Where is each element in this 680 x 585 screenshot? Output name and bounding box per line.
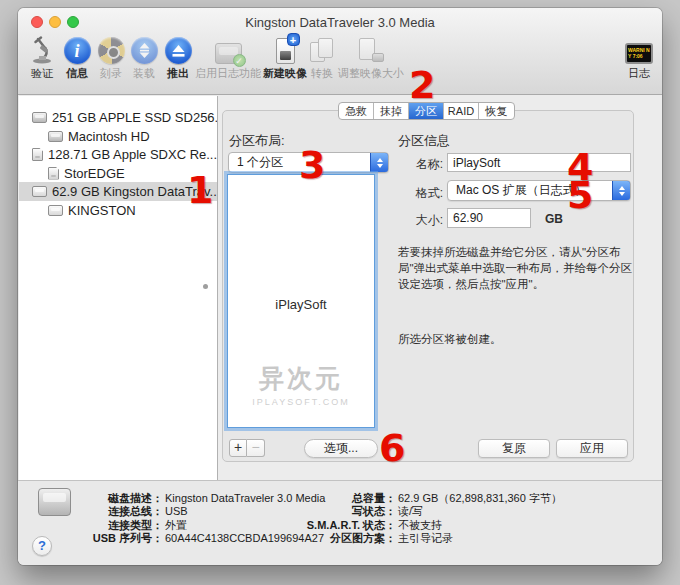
footer-row: 写状态： 读/写 [268, 505, 562, 518]
sidebar-item-label: StorEDGE [64, 166, 125, 181]
sidebar-item-apple-sdxc[interactable]: 128.71 GB Apple SDXC Re... [19, 145, 217, 164]
internal-disk-icon [32, 112, 47, 123]
footer-value: 主引导记录 [396, 532, 453, 545]
dropdown-stepper-icon [612, 180, 631, 201]
window-header: Kingston DataTraveler 3.0 Media 验证 [18, 8, 662, 95]
footer-label: 分区图方案： [268, 532, 396, 545]
footer-value: 外置 [163, 519, 187, 532]
format-label: 格式: [383, 185, 443, 202]
sd-card-icon [32, 148, 43, 161]
tab-erase[interactable]: 抹掉 [374, 103, 409, 119]
splitter-handle[interactable] [203, 284, 208, 289]
partition-layout-value: 1 个分区 [237, 155, 283, 169]
footer-row: S.M.A.R.T. 状态： 不被支持 [268, 519, 562, 532]
watermark: 异次元 IPLAYSOFT.COM [228, 365, 374, 407]
partition-help-text: 若要抹掉所选磁盘并给它分区，请从"分区布局"弹出式菜单中选取一种布局，并给每个分… [398, 244, 634, 292]
size-input[interactable] [447, 208, 531, 228]
external-disk-icon [32, 186, 47, 197]
tab-restore[interactable]: 恢复 [479, 103, 514, 119]
format-dropdown[interactable]: Mac OS 扩展（日志式） [447, 180, 631, 201]
revert-button[interactable]: 复原 [478, 439, 550, 458]
toolbar-log-label: 日志 [597, 66, 680, 81]
watermark-url: IPLAYSOFT.COM [228, 397, 374, 407]
add-partition-button[interactable]: + [229, 439, 247, 457]
partition-map-box[interactable]: iPlaySoft 异次元 IPLAYSOFT.COM [227, 174, 375, 428]
disk-info-footer: ? 磁盘描述： Kingston DataTraveler 3.0 Media … [18, 480, 662, 565]
partition-add-remove-group: + − [229, 439, 265, 457]
name-input[interactable] [447, 153, 631, 172]
footer-value: USB [163, 505, 188, 518]
toolbar-resize-image-label: 调整映像大小 [329, 66, 413, 81]
footer-label: 连接类型： [33, 519, 163, 532]
usb-volume-icon [48, 205, 63, 216]
volume-icon [48, 131, 63, 142]
sd-volume-icon [48, 167, 59, 180]
log-icon: WARNI NY 7:06 [625, 43, 653, 64]
partition-info-title: 分区信息 [398, 132, 450, 150]
footer-row: 分区图方案： 主引导记录 [268, 532, 562, 545]
sidebar-item-label: Macintosh HD [68, 129, 150, 144]
zoom-button[interactable] [67, 16, 79, 28]
toolbar-log-button[interactable]: WARNI NY 7:06 日志 [597, 32, 680, 81]
desktop-background: Kingston DataTraveler 3.0 Media 验证 [0, 0, 680, 585]
sidebar-item-label: 128.71 GB Apple SDXC Re... [48, 147, 217, 162]
enable-journaling-icon: ✓ [215, 43, 242, 64]
window-title: Kingston DataTraveler 3.0 Media [88, 15, 592, 30]
minimize-button[interactable] [49, 16, 61, 28]
partition-block-label: iPlaySoft [228, 297, 374, 312]
sidebar-item-label: KINGSTON [68, 203, 136, 218]
annotation-2: 2 [409, 66, 435, 104]
footer-row: 总容量： 62.9 GB（62,898,831,360 字节） [268, 492, 562, 505]
sidebar-device-list: 251 GB APPLE SSD SD256... Macintosh HD 1… [19, 96, 218, 480]
footer-value: 62.9 GB（62,898,831,360 字节） [396, 492, 562, 505]
footer-label: 总容量： [268, 492, 396, 505]
close-button[interactable] [31, 16, 43, 28]
resize-image-icon [357, 37, 385, 64]
toolbar-resize-image-button: 调整映像大小 [329, 32, 413, 81]
tab-raid[interactable]: RAID [444, 103, 479, 119]
footer-value: 读/写 [396, 505, 423, 518]
footer-label: 磁盘描述： [33, 492, 163, 505]
sidebar-item-label: 251 GB APPLE SSD SD256... [52, 110, 217, 125]
footer-label: USB 序列号： [33, 532, 163, 545]
size-unit-label: GB [545, 212, 563, 226]
name-label: 名称: [383, 156, 443, 173]
footer-label: S.M.A.R.T. 状态： [268, 519, 396, 532]
annotation-6: 6 [379, 429, 405, 467]
annotation-3: 3 [299, 146, 325, 184]
options-button[interactable]: 选项... [304, 439, 378, 458]
annotation-5: 5 [567, 176, 593, 214]
footer-right-column: 总容量： 62.9 GB（62,898,831,360 字节） 写状态： 读/写… [268, 492, 562, 546]
footer-label: 连接总线： [33, 505, 163, 518]
watermark-logo: 异次元 [228, 365, 374, 393]
sidebar-item-macintosh-hd[interactable]: Macintosh HD [19, 127, 217, 146]
disk-utility-window: Kingston DataTraveler 3.0 Media 验证 [18, 8, 662, 565]
apply-button[interactable]: 应用 [556, 439, 628, 458]
partition-status-text: 所选分区将被创建。 [398, 332, 502, 347]
sidebar-item-apple-ssd[interactable]: 251 GB APPLE SSD SD256... [19, 108, 217, 127]
size-label: 大小: [383, 212, 443, 229]
footer-label: 写状态： [268, 505, 396, 518]
partition-layout-title: 分区布局: [229, 132, 285, 150]
footer-value: 不被支持 [396, 519, 442, 532]
annotation-1: 1 [187, 171, 213, 209]
tab-first-aid[interactable]: 急救 [339, 103, 374, 119]
remove-partition-button: − [247, 439, 265, 457]
